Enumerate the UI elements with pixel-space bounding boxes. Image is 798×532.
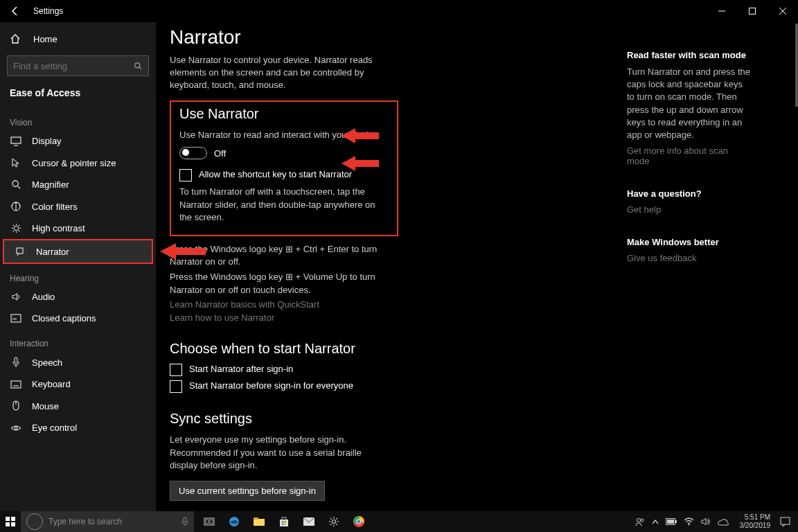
sidebar-item-mouse[interactable]: Mouse	[0, 395, 156, 417]
svg-rect-42	[254, 519, 265, 526]
question-title: Have a question?	[627, 188, 752, 199]
annotation-arrow-icon	[159, 241, 207, 262]
feedback-link[interactable]: Give us feedback	[627, 253, 752, 263]
home-icon	[10, 33, 24, 44]
narrator-icon	[14, 246, 26, 257]
svg-rect-1	[750, 8, 756, 15]
cortana-icon	[26, 513, 43, 530]
start-button[interactable]	[0, 511, 21, 532]
maximize-button[interactable]	[737, 0, 768, 22]
link-learn-narrator[interactable]: Learn how to use Narrator	[170, 312, 613, 323]
minimize-button[interactable]	[707, 0, 737, 22]
main-content: Narrator Use Narrator to control your de…	[156, 22, 627, 511]
start-before-signin-checkbox[interactable]: Start Narrator before sign-in for everyo…	[170, 380, 613, 393]
scrollbar[interactable]	[795, 24, 798, 107]
svg-line-20	[18, 225, 19, 226]
nav-group-hearing: Hearing	[0, 264, 156, 286]
onedrive-icon[interactable]	[718, 518, 729, 526]
svg-rect-44	[280, 520, 288, 526]
people-icon[interactable]	[635, 517, 645, 526]
get-help-link[interactable]: Get help	[627, 204, 752, 215]
battery-icon[interactable]	[666, 518, 677, 525]
home-button[interactable]: Home	[0, 29, 156, 48]
close-button[interactable]	[768, 0, 798, 22]
scan-mode-title: Read faster with scan mode	[627, 50, 752, 60]
svg-point-4	[135, 62, 140, 67]
svg-rect-66	[667, 520, 674, 524]
sidebar-item-keyboard[interactable]: Keyboard	[0, 373, 156, 395]
window-controls	[707, 0, 798, 22]
mouse-icon	[10, 400, 22, 411]
svg-rect-6	[11, 137, 21, 143]
taskbar-clock[interactable]: 5:51 PM 3/20/2019	[740, 513, 771, 530]
explorer-icon[interactable]	[248, 511, 270, 532]
start-after-signin-checkbox[interactable]: Start Narrator after sign-in	[170, 364, 613, 376]
svg-line-58	[336, 518, 337, 520]
svg-line-57	[330, 524, 332, 525]
sidebar-item-closedcaptions[interactable]: ccClosed captions	[0, 308, 156, 329]
when-heading: Choose when to start Narrator	[170, 341, 613, 357]
svg-line-19	[12, 231, 13, 231]
svg-point-61	[357, 520, 360, 523]
svg-rect-48	[285, 524, 287, 526]
touchscreen-note: To turn Narrator off with a touchscreen,…	[179, 186, 389, 224]
speech-icon	[10, 357, 22, 368]
sidebar-item-audio[interactable]: Audio	[0, 286, 156, 308]
svg-point-62	[637, 519, 640, 522]
svg-text:cc: cc	[12, 317, 17, 321]
link-quickstart[interactable]: Learn Narrator basics with QuickStart	[170, 299, 613, 310]
svg-rect-39	[206, 520, 209, 524]
svg-point-30	[15, 427, 17, 429]
chrome-icon[interactable]	[348, 511, 370, 532]
scan-mode-link[interactable]: Get more info about scan mode	[627, 145, 752, 166]
store-icon[interactable]	[273, 511, 295, 532]
sidebar-item-highcontrast[interactable]: High contrast	[0, 218, 156, 239]
search-field[interactable]	[13, 61, 134, 71]
mail-icon[interactable]	[298, 511, 320, 532]
home-label: Home	[33, 34, 57, 44]
use-narrator-heading: Use Narrator	[179, 106, 389, 122]
right-panel: Read faster with scan mode Turn Narrator…	[627, 22, 765, 511]
narrator-toggle[interactable]	[179, 147, 207, 159]
svg-rect-36	[11, 522, 15, 526]
sidebar-item-cursor[interactable]: Cursor & pointer size	[0, 152, 156, 174]
search-input[interactable]	[7, 55, 149, 76]
taskbar: Type here to search 5:51 PM 3/20/2019	[0, 511, 798, 532]
svg-rect-68	[781, 517, 790, 524]
settings-icon[interactable]	[323, 511, 345, 532]
page-intro: Use Narrator to control your device. Nar…	[170, 54, 398, 92]
svg-marker-22	[160, 243, 206, 260]
system-tray: 5:51 PM 3/20/2019	[635, 513, 799, 530]
svg-point-67	[688, 524, 689, 526]
sidebar-item-eyecontrol[interactable]: Eye control	[0, 417, 156, 438]
wifi-icon[interactable]	[684, 517, 694, 526]
taskbar-search[interactable]: Type here to search	[21, 511, 194, 532]
edge-icon[interactable]	[223, 511, 245, 532]
window-title: Settings	[33, 6, 63, 16]
svg-marker-32	[342, 156, 379, 171]
back-button[interactable]	[0, 6, 30, 17]
sidebar-item-speech[interactable]: Speech	[0, 351, 156, 373]
sidebar-item-narrator[interactable]: Narrator	[4, 240, 152, 263]
volume-icon[interactable]	[701, 517, 711, 526]
taskview-button[interactable]	[198, 511, 220, 532]
audio-icon	[10, 292, 22, 302]
svg-rect-37	[184, 517, 186, 522]
keyboard-tip-2: Press the Windows logo key ⊞ + Volume Up…	[170, 271, 398, 296]
sidebar-item-magnifier[interactable]: Magnifier	[0, 174, 156, 195]
svg-rect-45	[282, 521, 284, 523]
keyboard-icon	[10, 380, 22, 389]
magnifier-icon	[10, 179, 22, 190]
search-icon	[134, 62, 143, 71]
tray-chevron-icon[interactable]	[652, 520, 659, 524]
action-center-button[interactable]	[777, 517, 792, 527]
sync-button[interactable]: Use current settings before sign-in	[170, 481, 325, 501]
sidebar-item-colorfilters[interactable]: Color filters	[0, 195, 156, 218]
svg-rect-46	[285, 521, 287, 523]
sidebar-item-display[interactable]: Display	[0, 130, 156, 152]
svg-line-5	[139, 67, 141, 69]
scan-mode-text: Turn Narrator on and press the caps lock…	[627, 66, 752, 141]
titlebar: Settings	[0, 0, 798, 22]
eye-icon	[10, 424, 22, 432]
nav-group-interaction: Interaction	[0, 329, 156, 351]
